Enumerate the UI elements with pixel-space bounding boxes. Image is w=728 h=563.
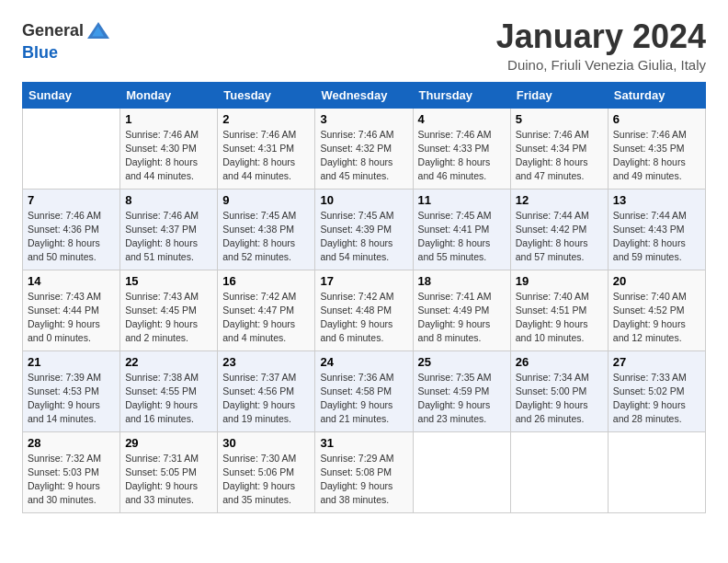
- day-number: 28: [28, 436, 115, 450]
- day-info: Sunrise: 7:34 AMSunset: 5:00 PMDaylight:…: [516, 371, 603, 427]
- day-number: 1: [125, 112, 212, 126]
- day-number: 27: [613, 355, 700, 369]
- day-number: 7: [28, 193, 115, 207]
- day-number: 24: [320, 355, 407, 369]
- calendar-table: SundayMondayTuesdayWednesdayThursdayFrid…: [22, 82, 706, 513]
- day-info: Sunrise: 7:46 AMSunset: 4:33 PMDaylight:…: [418, 128, 506, 184]
- day-number: 29: [125, 436, 212, 450]
- day-info: Sunrise: 7:38 AMSunset: 4:55 PMDaylight:…: [125, 371, 212, 427]
- month-title: January 2024: [496, 18, 706, 55]
- calendar-cell: 25Sunrise: 7:35 AMSunset: 4:59 PMDayligh…: [413, 350, 510, 431]
- day-number: 17: [320, 274, 407, 288]
- day-number: 25: [418, 355, 506, 369]
- calendar-cell: 30Sunrise: 7:30 AMSunset: 5:06 PMDayligh…: [218, 431, 315, 512]
- day-number: 10: [320, 193, 407, 207]
- calendar-cell: 14Sunrise: 7:43 AMSunset: 4:44 PMDayligh…: [23, 270, 120, 350]
- day-info: Sunrise: 7:46 AMSunset: 4:31 PMDaylight:…: [222, 128, 310, 184]
- day-info: Sunrise: 7:46 AMSunset: 4:30 PMDaylight:…: [125, 128, 212, 184]
- calendar-cell: 7Sunrise: 7:46 AMSunset: 4:36 PMDaylight…: [23, 189, 120, 270]
- day-number: 21: [28, 355, 115, 369]
- day-info: Sunrise: 7:46 AMSunset: 4:32 PMDaylight:…: [320, 128, 407, 184]
- day-info: Sunrise: 7:46 AMSunset: 4:36 PMDaylight:…: [28, 209, 115, 265]
- calendar-cell: 22Sunrise: 7:38 AMSunset: 4:55 PMDayligh…: [120, 350, 218, 431]
- day-number: 9: [222, 193, 310, 207]
- logo: General Blue: [22, 18, 111, 63]
- calendar-cell: 19Sunrise: 7:40 AMSunset: 4:51 PMDayligh…: [510, 270, 608, 350]
- day-info: Sunrise: 7:39 AMSunset: 4:53 PMDaylight:…: [28, 371, 115, 427]
- day-info: Sunrise: 7:36 AMSunset: 4:58 PMDaylight:…: [320, 371, 407, 427]
- day-number: 11: [418, 193, 506, 207]
- day-info: Sunrise: 7:41 AMSunset: 4:49 PMDaylight:…: [418, 290, 506, 346]
- day-info: Sunrise: 7:46 AMSunset: 4:34 PMDaylight:…: [516, 128, 603, 184]
- header-saturday: Saturday: [608, 82, 705, 108]
- calendar-cell: 10Sunrise: 7:45 AMSunset: 4:39 PMDayligh…: [315, 189, 413, 270]
- day-number: 4: [418, 112, 506, 126]
- day-info: Sunrise: 7:42 AMSunset: 4:48 PMDaylight:…: [320, 290, 407, 346]
- day-info: Sunrise: 7:43 AMSunset: 4:44 PMDaylight:…: [28, 290, 115, 346]
- calendar-cell: 26Sunrise: 7:34 AMSunset: 5:00 PMDayligh…: [510, 350, 608, 431]
- day-number: 16: [222, 274, 310, 288]
- calendar-cell: 27Sunrise: 7:33 AMSunset: 5:02 PMDayligh…: [608, 350, 705, 431]
- header-thursday: Thursday: [413, 82, 510, 108]
- calendar-week-3: 14Sunrise: 7:43 AMSunset: 4:44 PMDayligh…: [23, 270, 706, 350]
- day-info: Sunrise: 7:31 AMSunset: 5:05 PMDaylight:…: [125, 452, 212, 508]
- calendar-cell: 8Sunrise: 7:46 AMSunset: 4:37 PMDaylight…: [120, 189, 218, 270]
- calendar-cell: 2Sunrise: 7:46 AMSunset: 4:31 PMDaylight…: [218, 108, 315, 189]
- day-info: Sunrise: 7:30 AMSunset: 5:06 PMDaylight:…: [222, 452, 310, 508]
- calendar-cell: 28Sunrise: 7:32 AMSunset: 5:03 PMDayligh…: [23, 431, 120, 512]
- page-header: General Blue January 2024 Duino, Friuli …: [22, 18, 706, 73]
- calendar-cell: 24Sunrise: 7:36 AMSunset: 4:58 PMDayligh…: [315, 350, 413, 431]
- calendar-cell: 15Sunrise: 7:43 AMSunset: 4:45 PMDayligh…: [120, 270, 218, 350]
- calendar-cell: [23, 108, 120, 189]
- day-number: 18: [418, 274, 506, 288]
- calendar-week-5: 28Sunrise: 7:32 AMSunset: 5:03 PMDayligh…: [23, 431, 706, 512]
- calendar-cell: 13Sunrise: 7:44 AMSunset: 4:43 PMDayligh…: [608, 189, 705, 270]
- day-number: 19: [516, 274, 603, 288]
- day-number: 31: [320, 436, 407, 450]
- header-tuesday: Tuesday: [218, 82, 315, 108]
- day-number: 15: [125, 274, 212, 288]
- day-number: 26: [516, 355, 603, 369]
- day-info: Sunrise: 7:29 AMSunset: 5:08 PMDaylight:…: [320, 452, 407, 508]
- calendar-cell: 11Sunrise: 7:45 AMSunset: 4:41 PMDayligh…: [413, 189, 510, 270]
- calendar-cell: 20Sunrise: 7:40 AMSunset: 4:52 PMDayligh…: [608, 270, 705, 350]
- header-wednesday: Wednesday: [315, 82, 413, 108]
- day-number: 8: [125, 193, 212, 207]
- day-info: Sunrise: 7:44 AMSunset: 4:43 PMDaylight:…: [613, 209, 700, 265]
- day-info: Sunrise: 7:46 AMSunset: 4:35 PMDaylight:…: [613, 128, 700, 184]
- calendar-week-4: 21Sunrise: 7:39 AMSunset: 4:53 PMDayligh…: [23, 350, 706, 431]
- calendar-cell: 3Sunrise: 7:46 AMSunset: 4:32 PMDaylight…: [315, 108, 413, 189]
- logo-icon: [85, 18, 111, 44]
- calendar-cell: 16Sunrise: 7:42 AMSunset: 4:47 PMDayligh…: [218, 270, 315, 350]
- calendar-cell: 31Sunrise: 7:29 AMSunset: 5:08 PMDayligh…: [315, 431, 413, 512]
- day-info: Sunrise: 7:35 AMSunset: 4:59 PMDaylight:…: [418, 371, 506, 427]
- calendar-cell: 5Sunrise: 7:46 AMSunset: 4:34 PMDaylight…: [510, 108, 608, 189]
- day-info: Sunrise: 7:45 AMSunset: 4:41 PMDaylight:…: [418, 209, 506, 265]
- day-number: 6: [613, 112, 700, 126]
- day-info: Sunrise: 7:33 AMSunset: 5:02 PMDaylight:…: [613, 371, 700, 427]
- calendar-cell: 6Sunrise: 7:46 AMSunset: 4:35 PMDaylight…: [608, 108, 705, 189]
- day-number: 3: [320, 112, 407, 126]
- header-monday: Monday: [120, 82, 218, 108]
- day-number: 20: [613, 274, 700, 288]
- header-friday: Friday: [510, 82, 608, 108]
- calendar-cell: [608, 431, 705, 512]
- day-number: 2: [222, 112, 310, 126]
- calendar-cell: 18Sunrise: 7:41 AMSunset: 4:49 PMDayligh…: [413, 270, 510, 350]
- logo-blue: Blue: [22, 44, 111, 63]
- day-info: Sunrise: 7:37 AMSunset: 4:56 PMDaylight:…: [222, 371, 310, 427]
- day-number: 12: [516, 193, 603, 207]
- day-number: 22: [125, 355, 212, 369]
- calendar-cell: 4Sunrise: 7:46 AMSunset: 4:33 PMDaylight…: [413, 108, 510, 189]
- calendar-cell: 1Sunrise: 7:46 AMSunset: 4:30 PMDaylight…: [120, 108, 218, 189]
- calendar-cell: 9Sunrise: 7:45 AMSunset: 4:38 PMDaylight…: [218, 189, 315, 270]
- day-number: 30: [222, 436, 310, 450]
- calendar-week-1: 1Sunrise: 7:46 AMSunset: 4:30 PMDaylight…: [23, 108, 706, 189]
- calendar-cell: [413, 431, 510, 512]
- day-number: 13: [613, 193, 700, 207]
- day-info: Sunrise: 7:45 AMSunset: 4:39 PMDaylight:…: [320, 209, 407, 265]
- day-info: Sunrise: 7:40 AMSunset: 4:52 PMDaylight:…: [613, 290, 700, 346]
- calendar-cell: 17Sunrise: 7:42 AMSunset: 4:48 PMDayligh…: [315, 270, 413, 350]
- calendar-cell: 29Sunrise: 7:31 AMSunset: 5:05 PMDayligh…: [120, 431, 218, 512]
- calendar-week-2: 7Sunrise: 7:46 AMSunset: 4:36 PMDaylight…: [23, 189, 706, 270]
